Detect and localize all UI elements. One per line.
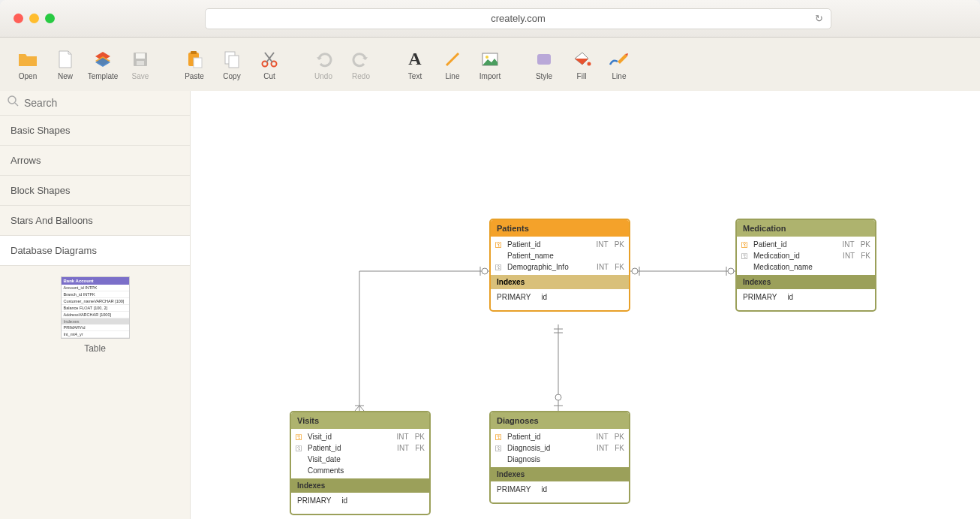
url-bar[interactable]: creately.com ↻ (205, 8, 831, 29)
svg-point-17 (8, 96, 16, 104)
close-window-icon[interactable] (14, 14, 23, 23)
key-icon: ⚿ (296, 445, 303, 452)
svg-line-29 (355, 406, 359, 411)
reload-icon[interactable]: ↻ (815, 13, 823, 24)
table-diagnoses[interactable]: Diagnoses ⚿Patient_idINTPK ⚿Diagnosis_id… (489, 411, 630, 504)
key-icon: ⚿ (741, 241, 749, 249)
table-visits[interactable]: Visits ⚿Visit_idINTPK ⚿Patient_idINTFK V… (290, 411, 431, 515)
open-button[interactable]: Open (9, 44, 47, 85)
search-input[interactable] (24, 97, 182, 109)
style-button[interactable]: Style (525, 44, 563, 85)
undo-icon (313, 49, 334, 70)
table-row: ⚿Demographic_InfoINTFK (491, 261, 629, 273)
redo-button[interactable]: Redo (342, 44, 380, 85)
canvas[interactable]: Patients ⚿Patient_idINTPK Patient_name ⚿… (191, 91, 980, 519)
line-icon (442, 49, 463, 70)
table-row: ⚿Patient_idINTPK (491, 239, 629, 250)
svg-point-16 (588, 62, 591, 65)
browser-chrome: creately.com ↻ (0, 0, 980, 38)
table-title: Medication (737, 220, 875, 237)
search-icon (8, 95, 20, 110)
table-index: PRIMARYid (291, 493, 429, 514)
folder-icon (17, 49, 38, 70)
svg-point-20 (632, 268, 638, 274)
search-row (0, 91, 190, 116)
svg-line-12 (446, 53, 458, 65)
table-section: Indexes (491, 467, 629, 481)
svg-rect-4 (191, 51, 197, 54)
sidebar-item-arrows[interactable]: Arrows (0, 146, 190, 176)
new-button[interactable]: New (47, 44, 84, 85)
paste-icon (184, 49, 205, 70)
minimize-window-icon[interactable] (29, 14, 39, 23)
table-title: Diagnoses (491, 412, 629, 429)
paste-button[interactable]: Paste (176, 44, 213, 85)
traffic-lights (14, 14, 55, 23)
redo-icon (350, 49, 371, 70)
svg-rect-15 (537, 54, 551, 65)
import-icon (479, 49, 501, 70)
key-icon: ⚿ (495, 241, 503, 249)
svg-rect-2 (137, 61, 144, 65)
table-medication[interactable]: Medication ⚿Patient_idINTPK ⚿Medication_… (735, 219, 876, 312)
table-index: PRIMARYid (737, 289, 875, 310)
table-row: ⚿Diagnosis_idINTFK (491, 442, 629, 454)
table-row: ⚿Visit_idINTPK (291, 431, 429, 442)
svg-rect-7 (229, 56, 239, 68)
key-icon: ⚿ (741, 252, 749, 260)
save-icon (130, 49, 151, 70)
save-button[interactable]: Save (122, 44, 159, 85)
table-row: ⚿Medication_idINTFK (737, 250, 875, 261)
table-row: ⚿Patient_idINTPK (737, 239, 875, 250)
line-tool-button[interactable]: Line (434, 44, 471, 85)
sidebar-item-block-shapes[interactable]: Block Shapes (0, 176, 190, 206)
table-row: Medication_name (737, 261, 875, 273)
undo-button[interactable]: Undo (305, 44, 342, 85)
table-row: Diagnosis (491, 454, 629, 465)
pencil-line-icon (609, 49, 630, 70)
toolbar: Open New Template Save Paste C (0, 38, 980, 91)
table-row: ⚿Patient_idINTPK (491, 431, 629, 442)
text-tool-button[interactable]: A Text (396, 44, 434, 85)
table-patients[interactable]: Patients ⚿Patient_idINTPK Patient_name ⚿… (489, 219, 630, 312)
table-row: ⚿Patient_idINTFK (291, 442, 429, 454)
shape-label: Table (84, 343, 106, 354)
cut-button[interactable]: Cut (251, 44, 288, 85)
sidebar: Basic Shapes Arrows Block Shapes Stars A… (0, 91, 191, 519)
sidebar-item-stars-balloons[interactable]: Stars And Balloons (0, 206, 190, 236)
svg-point-22 (728, 268, 734, 274)
svg-point-14 (485, 56, 488, 59)
key-icon: ⚿ (495, 264, 503, 271)
svg-line-18 (15, 103, 18, 106)
table-title: Patients (491, 220, 629, 237)
svg-rect-1 (136, 53, 145, 59)
table-index: PRIMARYid (491, 481, 629, 502)
sidebar-item-basic-shapes[interactable]: Basic Shapes (0, 116, 190, 146)
table-shape-preview[interactable]: Bank Account Account_id INTPK Branch_id … (61, 276, 130, 339)
sidebar-item-database-diagrams[interactable]: Database Diagrams (0, 236, 190, 266)
table-row: Visit_date (291, 454, 429, 465)
maximize-window-icon[interactable] (45, 14, 55, 23)
table-index: PRIMARYid (491, 289, 629, 310)
fill-icon (571, 49, 592, 70)
svg-line-30 (359, 406, 364, 411)
cut-icon (259, 49, 280, 70)
table-section: Indexes (291, 478, 429, 493)
table-section: Indexes (491, 275, 629, 289)
key-icon: ⚿ (495, 433, 503, 441)
svg-point-26 (482, 268, 488, 274)
table-row: Comments (291, 465, 429, 476)
key-icon: ⚿ (296, 433, 303, 441)
svg-point-34 (555, 394, 561, 400)
key-icon: ⚿ (495, 445, 503, 452)
url-text: creately.com (491, 13, 546, 24)
copy-icon (221, 49, 242, 70)
fill-button[interactable]: Fill (563, 44, 600, 85)
new-file-icon (55, 49, 76, 70)
copy-button[interactable]: Copy (213, 44, 251, 85)
style-icon (534, 49, 555, 70)
template-button[interactable]: Template (84, 44, 122, 85)
import-button[interactable]: Import (471, 44, 509, 85)
line-style-button[interactable]: Line (600, 44, 638, 85)
shape-panel: Bank Account Account_id INTPK Branch_id … (0, 266, 190, 364)
